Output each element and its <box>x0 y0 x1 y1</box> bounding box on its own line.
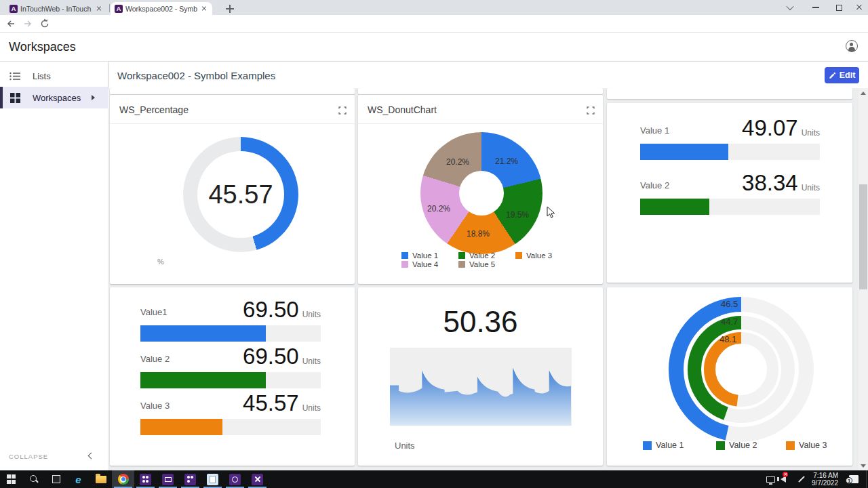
expand-icon[interactable] <box>587 105 595 113</box>
collapse-label: COLLAPSE <box>9 453 48 460</box>
notification-icon: 1 <box>849 475 859 483</box>
sidebar-collapse[interactable]: COLLAPSE <box>0 447 108 467</box>
forward-button[interactable] <box>21 17 35 30</box>
taskbar: e 7:16 AM 9/7/2022 <box>0 470 868 488</box>
bar-track <box>640 199 820 215</box>
bar-fill <box>140 419 222 435</box>
scrollbar-thumb[interactable] <box>859 184 867 289</box>
search-icon <box>30 475 38 483</box>
windows-logo-icon <box>7 474 16 484</box>
aveva-favicon-icon: A <box>115 5 123 13</box>
tab-search-chevron-icon[interactable] <box>780 0 800 15</box>
aveva-favicon-icon: A <box>9 5 18 13</box>
task-view-button[interactable] <box>45 470 67 488</box>
slice-label: 18.8% <box>467 229 490 239</box>
sidebar-item-workspaces[interactable]: Workspaces <box>0 87 108 108</box>
page-title: Workspaces <box>9 40 76 54</box>
sidebar: Lists Workspaces COLLAPSE <box>0 62 108 470</box>
bar-value: 45.57 <box>243 390 299 415</box>
edit-button[interactable]: Edit <box>825 67 859 83</box>
task-view-icon <box>52 475 60 483</box>
bar-unit: Units <box>302 403 321 416</box>
aveva-app-5-button[interactable] <box>246 470 269 488</box>
internet-explorer-button[interactable]: e <box>67 470 90 488</box>
bar-row: Value1 69.50Units <box>140 298 321 342</box>
bar-value: 69.50 <box>243 297 299 322</box>
tab-title: InTouchWeb - InTouch Introduction <box>20 5 92 13</box>
card-ws-donutchart: WS_DonutChart 21.2% 19.5% 18.8% 20.2% 20… <box>358 95 603 284</box>
bar-track <box>140 419 321 435</box>
notepad-app-button[interactable] <box>201 470 224 488</box>
scroll-down-icon[interactable] <box>859 461 868 470</box>
card-title: WS_DonutChart <box>368 104 437 115</box>
browser-tab-workspace002[interactable]: A Workspace002 - Symbol Examples <box>111 2 212 15</box>
start-button[interactable] <box>0 470 22 488</box>
back-button[interactable] <box>4 17 18 30</box>
window-minimize-button[interactable] <box>806 0 826 15</box>
browser-tab-intouchweb[interactable]: A InTouchWeb - InTouch Introduction <box>5 2 107 15</box>
card-title: WS_Percentage <box>119 104 189 115</box>
bar-track <box>640 144 820 160</box>
arc-value: 44.7 <box>721 317 738 327</box>
chrome-button[interactable] <box>112 470 134 488</box>
legend-item: Value 2 <box>716 441 757 450</box>
aveva-app-4-button[interactable] <box>224 470 246 488</box>
gauge-unit: % <box>157 258 164 266</box>
taskbar-search-button[interactable] <box>22 470 45 488</box>
percentage-gauge: 45.57 <box>183 137 298 252</box>
taskbar-clock[interactable]: 7:16 AM 9/7/2022 <box>808 472 838 487</box>
bar-row: Value 3 45.57Units <box>140 392 321 435</box>
bar-value: 49.07 <box>742 115 798 140</box>
tab-close-icon[interactable] <box>200 5 208 13</box>
internet-explorer-icon: e <box>75 474 81 485</box>
trend-value: 50.36 <box>358 305 603 339</box>
file-explorer-button[interactable] <box>90 470 112 488</box>
bar-row: Value 2 69.50Units <box>140 345 321 388</box>
bar-track <box>140 372 321 388</box>
legend-item: Value 3 <box>515 251 552 260</box>
account-icon[interactable] <box>846 40 858 52</box>
legend-item: Value 1 <box>401 251 438 260</box>
aveva-app-1-button[interactable] <box>134 470 157 488</box>
reload-button[interactable] <box>38 17 52 30</box>
pencil-icon <box>829 72 836 79</box>
bar-row: Value 2 38.34Units <box>640 171 820 215</box>
card-three-bars: Value1 69.50Units Value 2 69.50Units Val… <box>110 287 355 466</box>
card-partial <box>358 88 603 94</box>
folder-icon <box>96 476 106 483</box>
aveva-app-3-button[interactable] <box>179 470 201 488</box>
bar-fill <box>640 144 728 160</box>
slice-label: 19.5% <box>506 210 529 220</box>
chevron-left-icon <box>88 453 95 460</box>
donut-hole <box>459 171 504 216</box>
pen-tray-icon[interactable] <box>797 470 806 488</box>
expand-icon[interactable] <box>338 105 347 113</box>
screen: A InTouchWeb - InTouch Introduction A Wo… <box>0 0 868 488</box>
aveva-app-2-button[interactable] <box>157 470 179 488</box>
trend-sparkline <box>390 348 572 426</box>
workspace-toolbar: Workspace002 - Symbol Examples Edit <box>109 62 868 88</box>
clock-date: 9/7/2022 <box>808 479 838 487</box>
workspaces-grid-icon <box>10 93 20 103</box>
arc-value: 48.1 <box>719 334 736 344</box>
aveva-gears-icon <box>140 474 151 485</box>
bar-unit: Units <box>302 310 321 323</box>
workspace-title: Workspace002 - Symbol Examples <box>117 70 275 81</box>
network-tray-icon[interactable] <box>766 470 775 488</box>
card-ws-percentage: WS_Percentage 45.57 % <box>110 95 355 284</box>
sidebar-item-label: Lists <box>33 71 51 81</box>
legend-item: Value 2 <box>458 251 495 260</box>
window-restore-button[interactable] <box>829 0 849 15</box>
card-partial <box>607 88 852 99</box>
bar-value: 38.34 <box>742 170 798 195</box>
tab-close-icon[interactable] <box>95 5 103 13</box>
scrollbar[interactable] <box>859 88 868 470</box>
action-center-button[interactable]: 1 <box>849 470 859 488</box>
window-close-button[interactable] <box>850 0 868 15</box>
volume-muted-icon[interactable] <box>781 470 786 488</box>
list-icon <box>9 72 20 81</box>
clock-time: 7:16 AM <box>808 472 838 479</box>
new-tab-button[interactable] <box>226 5 234 13</box>
scroll-up-icon[interactable] <box>859 88 868 98</box>
sidebar-item-lists[interactable]: Lists <box>0 65 108 87</box>
